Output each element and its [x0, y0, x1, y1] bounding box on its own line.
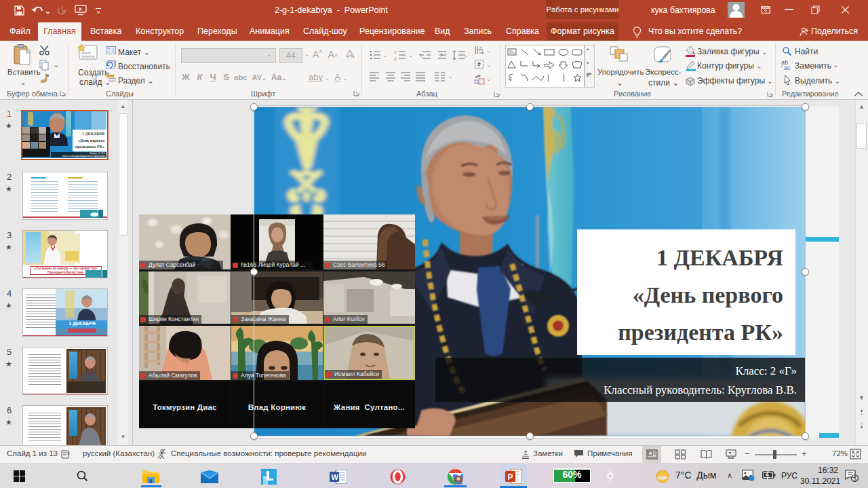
svg-text:P: P: [508, 472, 513, 482]
svg-text:2: 2: [394, 57, 397, 61]
svg-text:3: 3: [853, 476, 856, 482]
svg-text:А: А: [479, 45, 483, 52]
svg-text:ac: ac: [784, 64, 791, 71]
svg-text:1: 1: [394, 50, 397, 54]
svg-text:x: x: [67, 450, 70, 456]
svg-text:W: W: [332, 473, 339, 481]
